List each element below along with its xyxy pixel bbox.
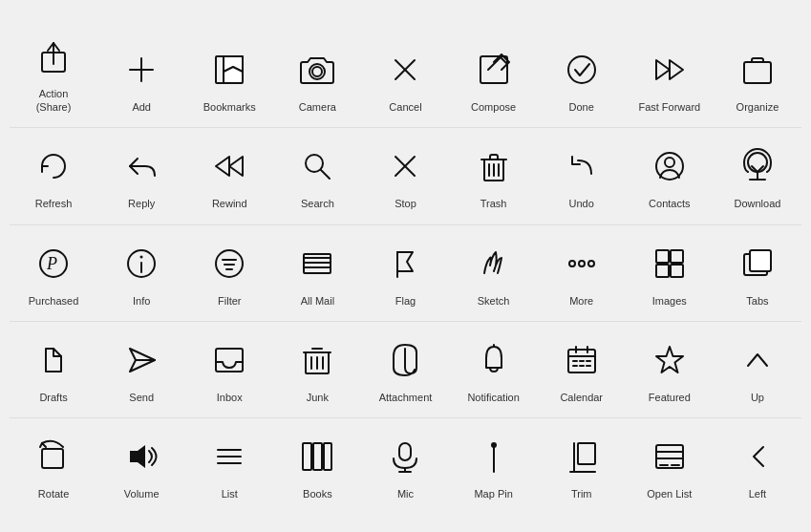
sketch-label: Sketch — [478, 294, 510, 308]
svg-rect-53 — [750, 250, 771, 271]
sketch-icon — [475, 241, 513, 287]
list-label: List — [222, 487, 238, 500]
svg-marker-77 — [130, 445, 145, 468]
trim-button[interactable]: Trim — [538, 422, 626, 510]
calendar-button[interactable]: Calendar — [538, 326, 626, 414]
download-button[interactable]: Download — [714, 132, 801, 220]
camera-label: Camera — [299, 100, 336, 114]
mic-button[interactable]: Mic — [361, 422, 449, 510]
action-share-icon — [34, 33, 73, 79]
trash-button[interactable]: Trash — [450, 132, 538, 220]
up-button[interactable]: Up — [714, 326, 801, 414]
refresh-button[interactable]: Refresh — [10, 132, 97, 220]
inbox-button[interactable]: Inbox — [185, 326, 273, 414]
purchased-button[interactable]: P Purchased — [10, 229, 97, 317]
svg-point-27 — [665, 158, 674, 167]
attachment-label: Attachment — [379, 391, 433, 404]
attachment-button[interactable]: Attachment — [361, 326, 449, 414]
add-button[interactable]: Add — [97, 22, 185, 124]
images-icon — [651, 241, 689, 287]
svg-marker-15 — [229, 157, 243, 176]
featured-button[interactable]: Featured — [626, 326, 714, 414]
flag-button[interactable]: Flag — [361, 229, 449, 317]
notification-icon — [475, 337, 513, 383]
inbox-label: Inbox — [217, 391, 243, 404]
drafts-button[interactable]: Drafts — [10, 326, 97, 414]
books-label: Books — [303, 487, 332, 500]
undo-button[interactable]: Undo — [538, 132, 626, 220]
done-button[interactable]: Done — [538, 22, 626, 124]
rotate-icon — [34, 434, 73, 479]
svg-rect-49 — [671, 250, 683, 263]
camera-icon — [298, 47, 336, 93]
reply-label: Reply — [128, 197, 155, 210]
reply-button[interactable]: Reply — [97, 132, 185, 220]
refresh-icon — [34, 143, 73, 189]
calendar-icon — [563, 337, 601, 383]
icon-grid-container: Action(Share) Add Bookmarks Camera — [0, 3, 811, 530]
fast-forward-icon — [651, 47, 689, 93]
tabs-button[interactable]: Tabs — [714, 229, 801, 317]
more-icon — [563, 241, 601, 287]
rewind-label: Rewind — [212, 197, 247, 210]
sketch-button[interactable]: Sketch — [450, 229, 538, 317]
contacts-button[interactable]: Contacts — [626, 132, 714, 220]
svg-rect-14 — [744, 62, 771, 83]
organize-button[interactable]: Organize — [714, 22, 801, 124]
trim-icon — [563, 434, 601, 479]
books-button[interactable]: Books — [273, 422, 361, 510]
more-label: More — [569, 294, 593, 308]
svg-point-35 — [140, 255, 143, 258]
rotate-button[interactable]: Rotate — [10, 422, 97, 510]
done-icon — [563, 47, 601, 93]
open-list-label: Open List — [647, 487, 692, 500]
cancel-button[interactable]: Cancel — [361, 22, 449, 124]
filter-button[interactable]: Filter — [185, 229, 273, 317]
compose-button[interactable]: Compose — [450, 22, 538, 124]
images-button[interactable]: Images — [626, 229, 714, 317]
svg-rect-81 — [303, 443, 311, 470]
tabs-icon — [738, 241, 777, 287]
svg-point-45 — [569, 261, 575, 266]
compose-label: Compose — [471, 100, 516, 114]
rotate-label: Rotate — [38, 487, 69, 500]
action-share-button[interactable]: Action(Share) — [10, 22, 97, 124]
map-pin-button[interactable]: Map Pin — [450, 422, 538, 510]
svg-marker-16 — [216, 157, 229, 176]
bookmarks-button[interactable]: Bookmarks — [185, 22, 273, 124]
left-button[interactable]: Left — [714, 422, 801, 510]
books-icon — [298, 434, 336, 479]
junk-button[interactable]: Junk — [273, 326, 361, 414]
inbox-icon — [210, 337, 248, 383]
info-label: Info — [133, 294, 150, 308]
action-share-label: Action(Share) — [36, 87, 72, 115]
rewind-button[interactable]: Rewind — [185, 132, 273, 220]
calendar-label: Calendar — [560, 391, 603, 404]
volume-icon — [122, 434, 160, 479]
stop-button[interactable]: Stop — [361, 132, 449, 220]
camera-button[interactable]: Camera — [273, 22, 361, 124]
open-list-icon — [651, 434, 689, 479]
reply-icon — [122, 143, 160, 189]
list-button[interactable]: List — [185, 422, 273, 510]
open-list-button[interactable]: Open List — [626, 422, 714, 510]
drafts-label: Drafts — [39, 391, 67, 404]
send-button[interactable]: Send — [97, 326, 185, 414]
contacts-label: Contacts — [649, 197, 690, 210]
notification-label: Notification — [467, 391, 519, 404]
undo-label: Undo — [569, 197, 594, 210]
all-mail-button[interactable]: All Mail — [273, 229, 361, 317]
add-icon — [122, 47, 160, 93]
search-button[interactable]: Search — [273, 132, 361, 220]
info-button[interactable]: Info — [97, 229, 185, 317]
svg-rect-82 — [313, 443, 322, 470]
filter-icon — [210, 241, 248, 287]
organize-icon — [738, 47, 777, 93]
fast-forward-button[interactable]: Fast Forward — [626, 22, 714, 124]
svg-point-47 — [588, 261, 594, 266]
svg-point-28 — [748, 153, 767, 172]
volume-button[interactable]: Volume — [97, 422, 185, 510]
notification-button[interactable]: Notification — [450, 326, 538, 414]
list-icon — [210, 434, 248, 479]
more-button[interactable]: More — [538, 229, 626, 317]
